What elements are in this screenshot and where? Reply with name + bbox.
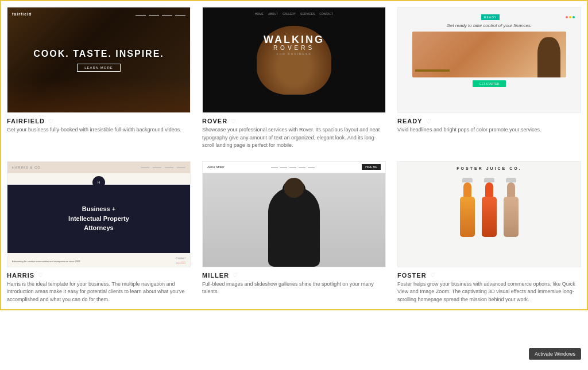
ready-table xyxy=(415,69,450,72)
fairfield-cta: LEARN MORE xyxy=(77,64,121,72)
ready-heart-icon[interactable]: ♡ xyxy=(426,118,431,124)
rover-nav-item: CONTACT xyxy=(319,12,333,15)
miller-heart-icon[interactable]: ♡ xyxy=(233,272,238,278)
ready-title-row: READY ♡ xyxy=(397,118,581,124)
thumbnail-foster[interactable]: FOSTER JUICE CO. xyxy=(397,161,581,267)
harris-circle: H xyxy=(92,176,105,189)
rover-title: ROVER xyxy=(202,118,227,124)
ready-title: READY xyxy=(397,118,423,124)
nav-dot xyxy=(162,15,172,15)
card-fairfield: fairfield COOK. TASTE. INSPIRE. LEARN MO… xyxy=(7,7,191,150)
bottle-cap xyxy=(462,178,473,182)
thumbnail-harris[interactable]: HARRIS & CO. H Business + Intellectual P… xyxy=(7,161,191,267)
miller-nav-links xyxy=(271,167,315,168)
dot-green xyxy=(572,16,575,18)
miller-desc: Full-bleed images and slideshow gallerie… xyxy=(202,281,386,296)
miller-nav-dot xyxy=(280,167,287,168)
ready-person xyxy=(537,37,560,77)
harris-line3: Attorneys xyxy=(84,224,113,231)
rover-heart-icon[interactable]: ♡ xyxy=(231,118,236,124)
nav-dot xyxy=(149,15,159,15)
harris-title: HARRIS xyxy=(7,272,34,279)
miller-title: MILLER xyxy=(202,272,229,279)
harris-contact-label: Contact xyxy=(176,256,185,260)
miller-nav-dot xyxy=(271,167,278,168)
bottle-body xyxy=(460,197,475,237)
harris-desc: Harris is the ideal template for your bu… xyxy=(7,281,191,304)
harris-line1: Business + xyxy=(82,205,115,212)
harris-nav-line xyxy=(141,168,149,168)
foster-brand: FOSTER JUICE CO. xyxy=(457,166,521,170)
harris-logo: HARRIS & CO. xyxy=(12,166,42,169)
fairfield-nav: fairfield xyxy=(12,12,185,16)
rover-line3: FOR BUSINESS xyxy=(264,52,324,56)
nav-dot xyxy=(175,15,185,15)
bottle-cap xyxy=(484,178,494,182)
thumbnail-ready[interactable]: READY Get ready to take control of your … xyxy=(397,7,581,113)
miller-nav: Almir Miller HIRE ME xyxy=(203,162,385,173)
ready-window-controls xyxy=(566,16,575,18)
fairfield-title-row: FAIRFIELD ♡ xyxy=(7,118,191,124)
bottle-body xyxy=(482,197,497,237)
bottle-neck xyxy=(507,182,515,197)
thumbnail-miller[interactable]: Almir Miller HIRE ME xyxy=(202,161,386,267)
rover-nav-item: SERVICES xyxy=(300,12,315,15)
miller-nav-dot xyxy=(308,167,315,168)
miller-title-row: MILLER ♡ xyxy=(202,272,386,279)
rover-hero-text: WALKING ROVERS FOR BUSINESS xyxy=(264,34,324,56)
thumbnail-rover[interactable]: HOME ABOUT GALLERY SERVICES CONTACT WALK… xyxy=(202,7,386,113)
card-harris: HARRIS & CO. H Business + Intellectual P… xyxy=(7,161,191,304)
miller-nav-dot xyxy=(299,167,305,168)
ready-logo: READY xyxy=(481,14,500,20)
ready-cta: GET STARTED xyxy=(473,80,506,87)
harris-contact-link: —— xyxy=(176,260,185,263)
ready-desc: Vivid headlines and bright pops of color… xyxy=(397,126,581,134)
fairfield-brand: fairfield xyxy=(12,12,32,16)
bottles-container xyxy=(460,178,519,237)
rover-nav-item: ABOUT xyxy=(268,12,278,15)
dot-yellow xyxy=(569,16,571,18)
bottle-orange xyxy=(460,178,475,237)
harris-nav-line xyxy=(165,168,173,168)
harris-heart-icon[interactable]: ♡ xyxy=(38,272,43,278)
nav-dot xyxy=(136,15,146,15)
foster-heart-icon[interactable]: ♡ xyxy=(430,272,435,278)
fairfield-heart-icon[interactable]: ♡ xyxy=(48,118,53,124)
ready-hero-image xyxy=(412,32,566,77)
harris-title-row: HARRIS ♡ xyxy=(7,272,191,279)
miller-nav-dot xyxy=(289,167,296,168)
harris-line2: Intellectual Property xyxy=(68,215,129,222)
ready-nav: READY xyxy=(404,14,575,20)
harris-nav xyxy=(141,166,185,168)
template-grid: fairfield COOK. TASTE. INSPIRE. LEARN MO… xyxy=(7,7,581,303)
harris-top-bar: HARRIS & CO. xyxy=(7,162,190,173)
card-miller: Almir Miller HIRE ME MILLER ♡ xyxy=(202,161,386,304)
miller-name: Almir Miller xyxy=(207,165,225,169)
miller-person xyxy=(268,186,320,267)
bottle-neck xyxy=(463,182,471,197)
harris-body: Business + Intellectual Property Attorne… xyxy=(7,185,190,253)
card-ready: READY Get ready to take control of your … xyxy=(397,7,581,150)
bottle-beige xyxy=(504,178,519,237)
harris-footer-text: Advocating for creative communities and … xyxy=(12,260,80,263)
rover-nav-item: HOME xyxy=(255,12,264,15)
foster-title: FOSTER xyxy=(397,272,427,279)
bottle-body xyxy=(504,197,519,237)
harris-nav-line xyxy=(153,168,161,168)
harris-contact: Contact —— xyxy=(176,256,185,263)
bottle-neck xyxy=(485,182,493,197)
harris-hero-text: Business + Intellectual Property Attorne… xyxy=(63,198,135,239)
rover-line1: WALKING xyxy=(264,34,324,46)
miller-head xyxy=(284,178,304,198)
card-foster: FOSTER JUICE CO. xyxy=(397,161,581,304)
harris-nav-line xyxy=(177,168,185,168)
foster-desc: Foster helps grow your business with adv… xyxy=(397,281,581,304)
bottle-red xyxy=(482,178,497,237)
miller-body xyxy=(203,173,385,267)
dot-red xyxy=(566,16,568,18)
thumbnail-fairfield[interactable]: fairfield COOK. TASTE. INSPIRE. LEARN MO… xyxy=(7,7,191,113)
rover-nav-item: GALLERY xyxy=(283,12,296,15)
ready-headline: Get ready to take control of your financ… xyxy=(447,23,532,28)
foster-title-row: FOSTER ♡ xyxy=(397,272,581,279)
fairfield-nav-links xyxy=(136,13,185,15)
